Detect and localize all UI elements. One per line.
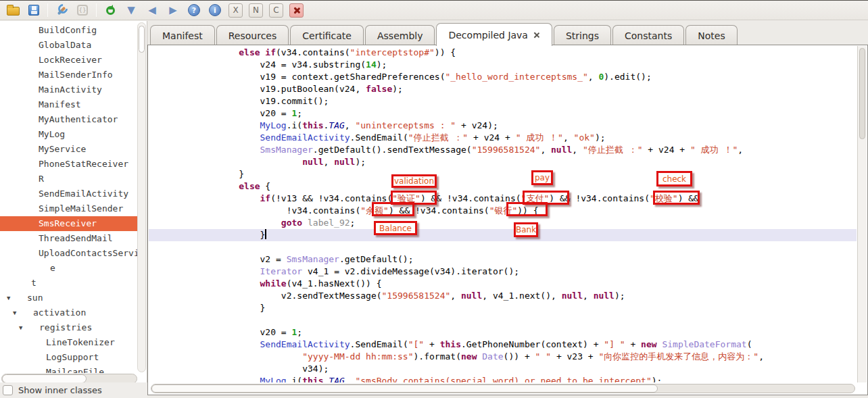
sidebar-item-linetokenizer[interactable]: LineTokenizer bbox=[0, 335, 137, 350]
braces-button[interactable]: {} bbox=[75, 3, 90, 18]
tab-notes[interactable]: Notes bbox=[685, 25, 737, 45]
sidebar-item-myauthenticator[interactable]: MyAuthenticator bbox=[0, 112, 137, 127]
expand-arrow-icon[interactable]: ▼ bbox=[19, 320, 22, 335]
tab-assembly[interactable]: Assembly bbox=[365, 25, 435, 45]
code-token: "余额" bbox=[360, 205, 389, 216]
sidebar-vertical-scrollbar[interactable] bbox=[137, 22, 146, 372]
c-tool-button[interactable]: C bbox=[269, 3, 283, 18]
code-token bbox=[154, 193, 260, 203]
sidebar-item-mailsenderinfo[interactable]: MailSenderInfo bbox=[0, 68, 137, 82]
code-token: v19 = context.getSharedPreferences( bbox=[154, 72, 445, 82]
tab-decompiled-java[interactable]: Decompiled Java bbox=[436, 23, 552, 46]
sidebar-item-myservice[interactable]: MyService bbox=[0, 142, 137, 157]
code-editor[interactable]: else if(v34.contains("interceptstop#")) … bbox=[149, 45, 857, 382]
tab-strings[interactable]: Strings bbox=[554, 25, 611, 45]
sidebar-item-r[interactable]: R bbox=[0, 172, 137, 186]
sidebar-item-activation[interactable]: ▼activation bbox=[0, 305, 137, 320]
sidebar-item-label: ThreadSendMail bbox=[0, 231, 113, 246]
sidebar-item-mailcapfile[interactable]: MailcapFile bbox=[0, 365, 137, 373]
code-token: goto bbox=[281, 218, 302, 228]
save-button[interactable] bbox=[26, 3, 41, 18]
code-token: (v34.contains( bbox=[276, 47, 350, 57]
refresh-button[interactable] bbox=[103, 3, 118, 18]
wrench-icon bbox=[55, 4, 68, 16]
sidebar-item-lockreceiver[interactable]: LockReceiver bbox=[0, 53, 137, 68]
code-vertical-scrollbar[interactable] bbox=[857, 46, 867, 382]
code-token: v2 = bbox=[154, 254, 287, 264]
code-line: else { bbox=[149, 180, 857, 193]
sidebar-item-t[interactable]: t bbox=[0, 276, 137, 291]
close-x-icon bbox=[293, 7, 300, 14]
code-token: new bbox=[461, 351, 477, 362]
sidebar-item-threadsendmail[interactable]: ThreadSendMail bbox=[0, 231, 137, 246]
code-token: } bbox=[154, 303, 265, 313]
sidebar-item-label: MyAuthenticator bbox=[0, 112, 118, 127]
code-token: TAG bbox=[329, 376, 344, 382]
n-tool-button[interactable]: N bbox=[249, 3, 263, 18]
sidebar-item-manifest[interactable]: Manifest bbox=[0, 97, 137, 112]
download-button[interactable]: ▼ bbox=[124, 3, 139, 18]
code-token: } bbox=[154, 230, 265, 240]
code-token: ); bbox=[392, 84, 403, 94]
scrollbar-thumb[interactable] bbox=[151, 384, 658, 393]
sidebar-item-mylog[interactable]: MyLog bbox=[0, 127, 137, 142]
sidebar-item-registries[interactable]: ▼registries bbox=[0, 320, 137, 335]
help-button[interactable]: ? bbox=[187, 3, 201, 18]
code-token: !v34.contains( bbox=[154, 205, 360, 216]
right-triangle-icon: ▶ bbox=[169, 5, 177, 16]
code-line bbox=[149, 241, 857, 253]
sidebar-item-mainactivity[interactable]: MainActivity bbox=[0, 82, 137, 97]
code-token: "验证" bbox=[392, 193, 420, 203]
tab-certificate[interactable]: Certificate bbox=[290, 25, 364, 45]
x-tool-button[interactable]: X bbox=[228, 3, 243, 18]
forward-button[interactable]: ▶ bbox=[166, 3, 180, 18]
sidebar-item-label: LockReceiver bbox=[0, 53, 102, 68]
toolbar-separator bbox=[96, 3, 97, 17]
code-token: v2.sendTextMessage( bbox=[154, 291, 382, 301]
back-button[interactable]: ◀ bbox=[145, 3, 160, 18]
open-file-button[interactable] bbox=[5, 3, 20, 18]
expand-arrow-icon[interactable]: ▼ bbox=[7, 291, 10, 305]
code-token bbox=[154, 376, 260, 382]
expand-arrow-icon[interactable]: ▼ bbox=[13, 305, 16, 320]
tab-constants[interactable]: Constants bbox=[612, 25, 684, 45]
sidebar-item-uploadcontactsservice[interactable]: UploadContactsService bbox=[0, 246, 137, 261]
tab-close-icon[interactable] bbox=[533, 32, 540, 39]
toolbar-separator bbox=[47, 3, 48, 17]
class-tree: BuildConfigGlobalDataLockReceiverMailSen… bbox=[0, 21, 137, 373]
code-token: "yyyy-MM-dd hh:mm:ss" bbox=[302, 351, 413, 362]
code-token: "停止拦截 ：" bbox=[408, 132, 468, 143]
code-token: ; bbox=[297, 108, 302, 118]
code-token: + v23 + bbox=[551, 351, 598, 362]
scrollbar-thumb[interactable] bbox=[139, 26, 145, 53]
sidebar-item-logsupport[interactable]: LogSupport bbox=[0, 350, 137, 365]
down-triangle-icon: ▼ bbox=[127, 5, 135, 16]
code-token: , bbox=[572, 145, 583, 155]
code-token: ); bbox=[355, 157, 366, 167]
close-button[interactable] bbox=[289, 3, 304, 18]
code-token: , bbox=[450, 291, 461, 301]
tab-manifest[interactable]: Manifest bbox=[150, 25, 215, 45]
scrollbar-thumb[interactable] bbox=[859, 48, 865, 139]
settings-button[interactable] bbox=[54, 3, 69, 18]
sidebar-item-smsreceiver[interactable]: SmsReceiver bbox=[0, 216, 137, 231]
sidebar-item-sendemailactivity[interactable]: SendEmailActivity bbox=[0, 186, 137, 201]
code-line: SendEmailActivity.SendEmail("停止拦截 ：" + v… bbox=[149, 132, 857, 144]
code-token: .SendEmail( bbox=[350, 132, 408, 143]
info-button[interactable]: i bbox=[208, 3, 222, 18]
code-horizontal-scrollbar[interactable] bbox=[151, 384, 855, 393]
sidebar-item-buildconfig[interactable]: BuildConfig bbox=[0, 23, 137, 38]
braces-icon: {} bbox=[77, 5, 88, 16]
sidebar-item-e[interactable]: e bbox=[0, 261, 137, 276]
sidebar-item-sun[interactable]: ▼sun bbox=[0, 291, 137, 305]
sidebar-item-phonestatreceiver[interactable]: PhoneStatReceiver bbox=[0, 157, 137, 172]
sidebar-item-globaldata[interactable]: GlobalData bbox=[0, 38, 137, 53]
show-inner-classes-checkbox[interactable] bbox=[3, 385, 13, 395]
sidebar-item-simplemailsender[interactable]: SimpleMailSender bbox=[0, 201, 137, 216]
tab-resources[interactable]: Resources bbox=[216, 25, 289, 45]
code-token: ( bbox=[747, 339, 752, 349]
code-token: ).format( bbox=[414, 351, 461, 362]
sidebar-item-label: e bbox=[0, 261, 55, 276]
code-line: } bbox=[149, 302, 857, 314]
code-token bbox=[154, 157, 302, 167]
